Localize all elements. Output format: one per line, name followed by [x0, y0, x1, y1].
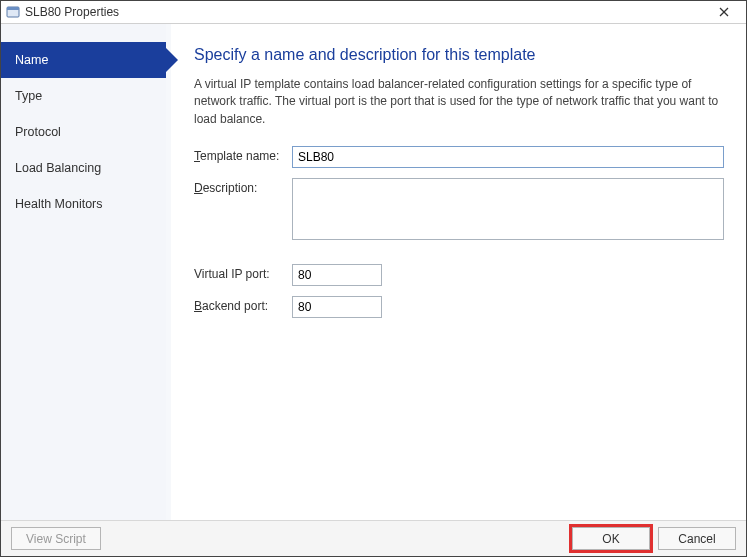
sidebar-item-type[interactable]: Type [1, 78, 166, 114]
title-bar: SLB80 Properties [1, 1, 746, 24]
label-backend-port: Backend port: [194, 296, 292, 313]
page-heading: Specify a name and description for this … [194, 46, 724, 64]
content-panel: Specify a name and description for this … [166, 24, 746, 520]
row-backend-port: Backend port: [194, 296, 724, 318]
sidebar-item-label: Health Monitors [15, 197, 103, 211]
close-icon [719, 7, 729, 17]
main-area: Name Type Protocol Load Balancing Health… [1, 24, 746, 520]
row-template-name: Template name: [194, 146, 724, 168]
sidebar-item-label: Load Balancing [15, 161, 101, 175]
sidebar-item-load-balancing[interactable]: Load Balancing [1, 150, 166, 186]
row-description: Description: [194, 178, 724, 240]
sidebar-item-name[interactable]: Name [1, 42, 166, 78]
intro-text: A virtual IP template contains load bala… [194, 76, 724, 128]
row-vip-port: Virtual IP port: [194, 264, 724, 286]
template-name-input[interactable] [292, 146, 724, 168]
svg-rect-1 [7, 7, 19, 10]
sidebar-item-health-monitors[interactable]: Health Monitors [1, 186, 166, 222]
sidebar-item-label: Name [15, 53, 48, 67]
backend-port-input[interactable] [292, 296, 382, 318]
cancel-button[interactable]: Cancel [658, 527, 736, 550]
close-button[interactable] [702, 1, 746, 23]
sidebar-item-protocol[interactable]: Protocol [1, 114, 166, 150]
sidebar-item-label: Protocol [15, 125, 61, 139]
ok-button[interactable]: OK [572, 527, 650, 550]
label-vip-port: Virtual IP port: [194, 264, 292, 281]
label-description: Description: [194, 178, 292, 195]
label-template-name: Template name: [194, 146, 292, 163]
app-icon [5, 4, 21, 20]
vip-port-input[interactable] [292, 264, 382, 286]
footer-bar: View Script OK Cancel [1, 520, 746, 556]
description-input[interactable] [292, 178, 724, 240]
view-script-button[interactable]: View Script [11, 527, 101, 550]
window-title: SLB80 Properties [25, 5, 119, 19]
sidebar: Name Type Protocol Load Balancing Health… [1, 24, 166, 520]
sidebar-item-label: Type [15, 89, 42, 103]
